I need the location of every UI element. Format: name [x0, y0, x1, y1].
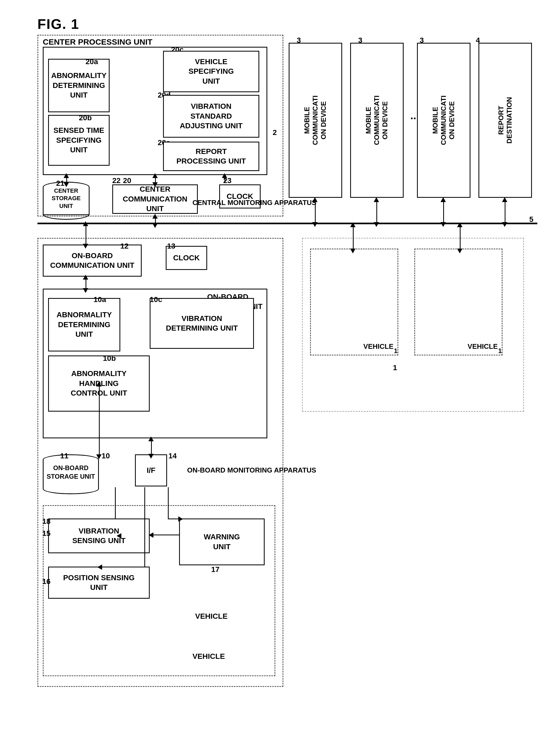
unit-20a: ABNORMALITYDETERMININGUNIT — [48, 59, 110, 112]
arrowhead-storage-down — [63, 182, 69, 187]
arrowhead-comm-down — [152, 182, 158, 187]
arrowhead-vehicle1-down — [350, 249, 356, 253]
arrowhead-vehicle2-up — [457, 223, 462, 227]
ref-11: 11 — [60, 452, 68, 460]
ref-10b: 10b — [103, 354, 116, 363]
mobile-device-3: MOBILECOMMUNICATION DEVICE — [417, 43, 470, 198]
vehicle-right-2: VEHICLE 1 — [414, 249, 503, 355]
arrowhead-if-vibration-left — [117, 533, 121, 539]
arrow-mobile3-down — [443, 199, 444, 223]
unit-20d: VIBRATIONSTANDARDADJUSTING UNIT — [163, 95, 259, 138]
unit-20c: VEHICLESPECIFYINGUNIT — [163, 51, 259, 92]
arrowhead-vehicle2-down — [457, 249, 462, 253]
mobile-device-1: MOBILECOMMUNICATION DEVICE — [289, 43, 342, 198]
onboard-storage-unit: ON-BOARDSTORAGE UNIT — [43, 454, 99, 489]
unit-if: I/F — [135, 454, 167, 486]
report-destination: REPORTDESTINATION — [478, 43, 532, 198]
center-processing-label: CENTER PROCESSING UNIT — [43, 37, 152, 46]
center-storage-bottom — [43, 214, 90, 220]
vibration-sensing-unit: VIBRATIONSENSING UNIT — [48, 519, 150, 553]
vehicle-inner-label: VEHICLE — [195, 612, 228, 621]
vehicle-2-label: VEHICLE — [467, 342, 498, 351]
arrowhead-warning-vibration — [149, 533, 153, 538]
vehicle-1-label: VEHICLE — [363, 342, 394, 351]
ref-22: 22 — [112, 176, 121, 185]
ref-10: 10 — [102, 452, 110, 460]
arrowhead-central-up — [152, 214, 158, 218]
arrowhead-mobile3-down — [440, 222, 446, 227]
arrowhead-10b-up — [96, 382, 102, 387]
arrowhead-mobile2-down — [374, 222, 379, 227]
arrowhead-onboard-comm-up — [83, 275, 88, 280]
ref-5: 5 — [529, 215, 534, 224]
ref-20: 20 — [123, 176, 131, 185]
ref-10a: 10a — [94, 295, 106, 304]
ref-10c: 10c — [150, 295, 162, 304]
unit-20b: SENSED TIMESPECIFYINGUNIT — [48, 115, 110, 166]
central-monitoring-label: CENTRAL MONITORING APPARATUS — [192, 198, 316, 207]
vehicle-2-ref: 1 — [498, 347, 502, 355]
arrowhead-comm-up — [152, 173, 158, 178]
arrowhead-mobile2-up — [374, 197, 379, 202]
arrow-warning-vibration-h — [150, 535, 180, 535]
arrowhead-report-up — [222, 173, 227, 178]
vehicle-1-ref: 1 — [394, 347, 398, 355]
ref-12: 12 — [120, 242, 129, 251]
arrowhead-mobile3-up — [440, 197, 446, 202]
arrowhead-central-down — [152, 223, 158, 228]
arrow-10b-storage-v — [99, 384, 100, 456]
arrow-if-warning — [168, 487, 169, 519]
ref-16: 16 — [42, 577, 50, 586]
ref-15: 15 — [42, 529, 50, 538]
arrowhead-vehicle1-up — [350, 223, 356, 227]
arrowhead-storage-up — [63, 173, 69, 178]
arrow-report-down — [505, 199, 506, 223]
arrowhead-if-warning-right — [178, 516, 183, 522]
ref-18: 18 — [42, 517, 50, 526]
arrowhead-onboard-comm-down2 — [83, 288, 88, 293]
unit-20e: REPORTPROCESSING UNIT — [163, 142, 259, 171]
ref-2: 2 — [273, 128, 277, 137]
ref-13: 13 — [167, 242, 175, 251]
onboard-monitoring-label: ON-BOARD MONITORING APPARATUS — [187, 465, 316, 475]
arrowhead-mobile1-down — [312, 222, 317, 227]
ref-17: 17 — [211, 565, 220, 574]
arrow-if-vibration — [115, 487, 116, 519]
arrowhead-mobile1-up — [312, 197, 317, 202]
arrow-vehicle2-up — [460, 225, 460, 250]
arrow-if-position-h — [99, 567, 145, 567]
arrow-mobile2-down — [376, 199, 377, 223]
arrow-if-position — [144, 487, 145, 567]
ref-21: 21 — [56, 179, 64, 188]
center-comm-unit: CENTERCOMMUNICATIONUNIT — [112, 184, 198, 214]
ref-14: 14 — [168, 452, 177, 460]
unit-10c: VIBRATIONDETERMINING UNIT — [150, 298, 254, 349]
mobile-device-2: MOBILECOMMUNICATION DEVICE — [350, 43, 404, 198]
arrowhead-10-if-up — [148, 436, 154, 441]
arrowhead-network-up — [83, 221, 88, 226]
arrowhead-report-dest-down — [502, 222, 507, 227]
vehicle-right-1: VEHICLE 1 — [310, 249, 398, 355]
arrow-mobile1-down — [315, 199, 316, 223]
figure-title: FIG. 1 — [37, 16, 79, 32]
warning-unit: WARNINGUNIT — [179, 519, 265, 565]
unit-10a: ABNORMALITYDETERMININGUNIT — [48, 298, 120, 351]
ref-20a: 20a — [86, 57, 98, 66]
ref-20b: 20b — [79, 114, 92, 122]
ref-1-right: 1 — [393, 363, 397, 372]
position-sensing-unit: POSITION SENSINGUNIT — [48, 567, 150, 599]
arrowhead-10b-down — [96, 454, 102, 459]
arrowhead-network-down — [83, 244, 88, 249]
arrow-network-onboard — [86, 224, 86, 245]
arrow-vehicle1-up — [353, 225, 354, 250]
arrowhead-if-position-left — [97, 565, 102, 570]
arrowhead-report-dest-up — [502, 197, 507, 202]
arrowhead-10-if-down — [148, 454, 154, 459]
